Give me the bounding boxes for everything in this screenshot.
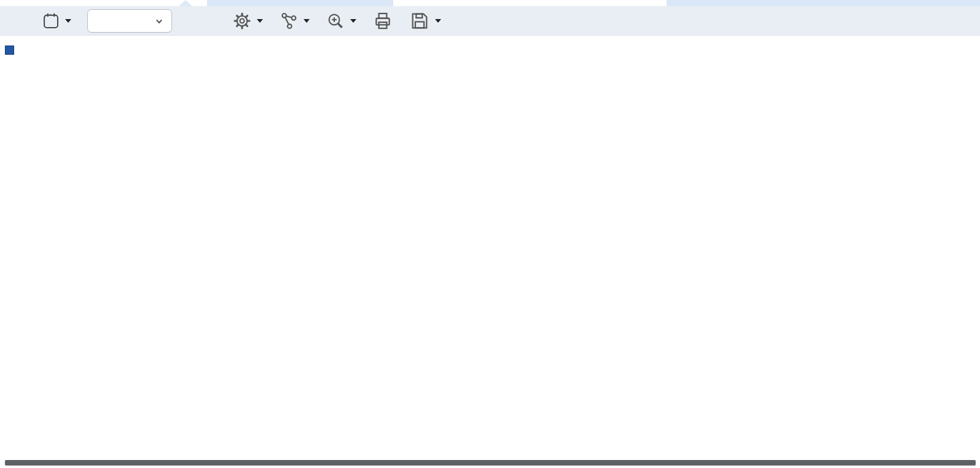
calendar-icon <box>42 12 60 30</box>
top-strip-highlight <box>207 0 393 6</box>
tooltip-notch <box>179 0 192 6</box>
calendar-button[interactable] <box>42 12 71 30</box>
chart-toolbar <box>0 6 980 36</box>
exchange-select[interactable] <box>87 9 172 33</box>
chevron-down-icon <box>153 15 165 27</box>
zoom-button[interactable] <box>326 11 356 31</box>
indicators-button[interactable] <box>279 11 310 31</box>
save-button[interactable] <box>409 10 441 31</box>
indicators-icon <box>279 11 299 31</box>
print-button[interactable] <box>372 10 393 31</box>
settings-button[interactable] <box>232 11 263 31</box>
caret-down-icon <box>257 19 263 23</box>
price-chart[interactable] <box>0 60 909 447</box>
print-icon <box>372 10 393 31</box>
top-strip <box>0 0 980 6</box>
zoom-in-icon <box>326 11 345 31</box>
caret-down-icon <box>65 19 71 23</box>
icon-toolbar <box>232 10 457 31</box>
chart-application <box>0 0 980 468</box>
settings-gear-icon <box>232 11 252 31</box>
legend-swatch <box>5 46 14 55</box>
save-icon <box>409 10 430 31</box>
top-strip-highlight <box>667 0 980 6</box>
legend <box>5 46 19 55</box>
caret-down-icon <box>435 19 441 23</box>
caret-down-icon <box>350 19 356 23</box>
caret-down-icon <box>304 19 310 23</box>
horizontal-scrollbar[interactable] <box>5 460 976 466</box>
